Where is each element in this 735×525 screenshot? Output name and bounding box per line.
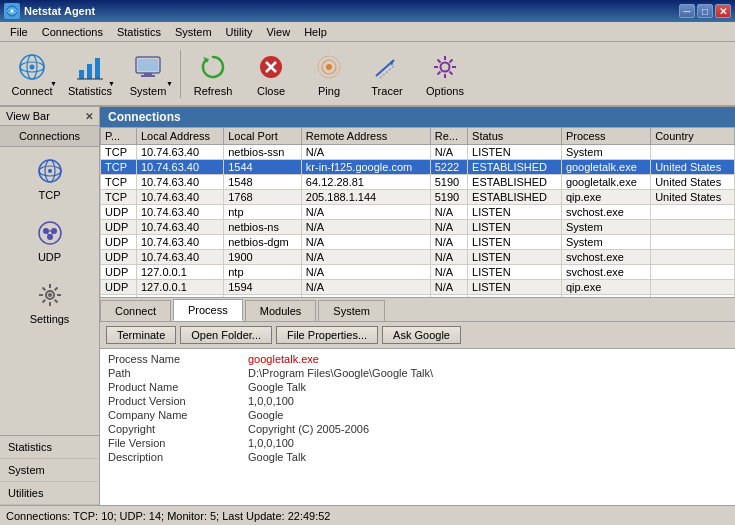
svg-line-52 bbox=[42, 300, 45, 303]
svg-line-50 bbox=[54, 300, 57, 303]
menu-item-connections[interactable]: Connections bbox=[36, 25, 109, 39]
col-country[interactable]: Country bbox=[651, 128, 735, 145]
sidebar: View Bar ✕ Connections TCP bbox=[0, 107, 100, 505]
svg-point-23 bbox=[441, 62, 450, 71]
tabs-row: Connect Process Modules System bbox=[100, 298, 735, 322]
svg-point-2 bbox=[11, 10, 14, 13]
status-bar: Connections: TCP: 10; UDP: 14; Monitor: … bbox=[0, 505, 735, 525]
sidebar-connections-section: Connections bbox=[0, 126, 99, 147]
menu-item-view[interactable]: View bbox=[260, 25, 296, 39]
tcp-label: TCP bbox=[39, 189, 61, 201]
svg-line-31 bbox=[438, 71, 441, 74]
process-row: Company NameGoogle bbox=[108, 409, 727, 421]
tab-system[interactable]: System bbox=[318, 300, 385, 321]
connections-table-scroll[interactable]: P... Local Address Local Port Remote Add… bbox=[100, 127, 735, 297]
status-text: Connections: TCP: 10; UDP: 14; Monitor: … bbox=[6, 510, 330, 522]
table-row[interactable]: UDP10.74.63.40netbios-dgmN/AN/ALISTENSys… bbox=[101, 235, 735, 250]
toolbar-btn-tracer[interactable]: Tracer bbox=[359, 46, 415, 102]
table-cell: 10.74.63.40 bbox=[136, 205, 223, 220]
table-cell: 127.0.0.1 bbox=[136, 265, 223, 280]
ask-google-button[interactable]: Ask Google bbox=[382, 326, 461, 344]
toolbar-btn-statistics[interactable]: Statistics▼ bbox=[62, 46, 118, 102]
col-local-addr[interactable]: Local Address bbox=[136, 128, 223, 145]
col-remote-port[interactable]: Re... bbox=[430, 128, 467, 145]
table-row[interactable]: UDP10.74.63.401900N/AN/ALISTENsvchost.ex… bbox=[101, 250, 735, 265]
ping-icon bbox=[313, 51, 345, 83]
table-cell: TCP bbox=[101, 175, 137, 190]
svg-rect-13 bbox=[144, 73, 152, 75]
close-button[interactable]: ✕ bbox=[715, 4, 731, 18]
table-cell: TCP bbox=[101, 160, 137, 175]
udp-label: UDP bbox=[38, 251, 61, 263]
table-row[interactable]: TCP10.74.63.401768205.188.1.1445190ESTAB… bbox=[101, 190, 735, 205]
connections-header: Connections bbox=[100, 107, 735, 127]
tab-process[interactable]: Process bbox=[173, 299, 243, 321]
minimize-button[interactable]: ─ bbox=[679, 4, 695, 18]
table-cell: N/A bbox=[430, 265, 467, 280]
menu-item-system[interactable]: System bbox=[169, 25, 218, 39]
menu-item-utility[interactable]: Utility bbox=[220, 25, 259, 39]
table-row[interactable]: UDP10.74.63.40netbios-nsN/AN/ALISTENSyst… bbox=[101, 220, 735, 235]
table-cell: svchost.exe bbox=[561, 265, 650, 280]
table-cell bbox=[651, 145, 735, 160]
process-row: CopyrightCopyright (C) 2005-2006 bbox=[108, 423, 727, 435]
table-cell: ESTABLISHED bbox=[468, 190, 562, 205]
sidebar-item-tcp[interactable]: TCP bbox=[0, 147, 99, 209]
table-row[interactable]: TCP10.74.63.401544kr-in-f125.google.com5… bbox=[101, 160, 735, 175]
svg-point-19 bbox=[326, 64, 332, 70]
table-cell: qip.exe bbox=[561, 280, 650, 295]
table-cell: svchost.exe bbox=[561, 250, 650, 265]
svg-rect-12 bbox=[138, 59, 158, 71]
table-cell: netbios-ssn bbox=[224, 145, 302, 160]
sidebar-utilities[interactable]: Utilities bbox=[0, 482, 99, 505]
sidebar-viewbar: View Bar ✕ bbox=[0, 107, 99, 126]
table-cell: ntp bbox=[224, 265, 302, 280]
toolbar-btn-close[interactable]: Close bbox=[243, 46, 299, 102]
tab-modules[interactable]: Modules bbox=[245, 300, 317, 321]
table-row[interactable]: TCP10.74.63.40netbios-ssnN/AN/ALISTENSys… bbox=[101, 145, 735, 160]
process-row: DescriptionGoogle Talk bbox=[108, 451, 727, 463]
terminate-button[interactable]: Terminate bbox=[106, 326, 176, 344]
table-cell: svchost.exe bbox=[561, 205, 650, 220]
col-remote-addr[interactable]: Remote Address bbox=[301, 128, 430, 145]
toolbar-btn-system[interactable]: System▼ bbox=[120, 46, 176, 102]
table-row[interactable]: UDP127.0.0.11594N/AN/ALISTENqip.exe bbox=[101, 280, 735, 295]
toolbar-btn-options[interactable]: Options bbox=[417, 46, 473, 102]
col-status[interactable]: Status bbox=[468, 128, 562, 145]
menu-item-statistics[interactable]: Statistics bbox=[111, 25, 167, 39]
sidebar-statistics[interactable]: Statistics bbox=[0, 436, 99, 459]
table-row[interactable]: TCP10.74.63.40154864.12.28.815190ESTABLI… bbox=[101, 175, 735, 190]
col-protocol[interactable]: P... bbox=[101, 128, 137, 145]
toolbar-btn-ping[interactable]: Ping bbox=[301, 46, 357, 102]
table-row[interactable]: UDP10.74.63.40ntpN/AN/ALISTENsvchost.exe bbox=[101, 205, 735, 220]
toolbar-btn-connect[interactable]: Connect▼ bbox=[4, 46, 60, 102]
table-cell: N/A bbox=[430, 250, 467, 265]
table-header-row: P... Local Address Local Port Remote Add… bbox=[101, 128, 735, 145]
menu-item-file[interactable]: File bbox=[4, 25, 34, 39]
tab-content: Terminate Open Folder... File Properties… bbox=[100, 322, 735, 469]
menu-item-help[interactable]: Help bbox=[298, 25, 333, 39]
process-field-value: D:\Program Files\Google\Google Talk\ bbox=[248, 367, 433, 379]
svg-point-6 bbox=[30, 64, 35, 69]
table-row[interactable]: UDP127.0.0.1ntpN/AN/ALISTENsvchost.exe bbox=[101, 265, 735, 280]
toolbar-btn-refresh[interactable]: Refresh bbox=[185, 46, 241, 102]
table-cell: N/A bbox=[301, 220, 430, 235]
sidebar-system[interactable]: System bbox=[0, 459, 99, 482]
table-cell: N/A bbox=[301, 145, 430, 160]
sidebar-item-udp[interactable]: UDP bbox=[0, 209, 99, 271]
sidebar-close-button[interactable]: ✕ bbox=[85, 111, 93, 122]
sidebar-item-settings[interactable]: Settings bbox=[0, 271, 99, 333]
table-cell: 1548 bbox=[224, 175, 302, 190]
col-local-port[interactable]: Local Port bbox=[224, 128, 302, 145]
connect-label: Connect bbox=[12, 85, 53, 97]
options-icon bbox=[429, 51, 461, 83]
maximize-button[interactable]: □ bbox=[697, 4, 713, 18]
settings-label: Settings bbox=[30, 313, 70, 325]
tab-connect[interactable]: Connect bbox=[100, 300, 171, 321]
col-process[interactable]: Process bbox=[561, 128, 650, 145]
open-folder-button[interactable]: Open Folder... bbox=[180, 326, 272, 344]
close-label: Close bbox=[257, 85, 285, 97]
app-icon bbox=[4, 3, 20, 19]
file-properties-button[interactable]: File Properties... bbox=[276, 326, 378, 344]
svg-point-44 bbox=[48, 293, 52, 297]
